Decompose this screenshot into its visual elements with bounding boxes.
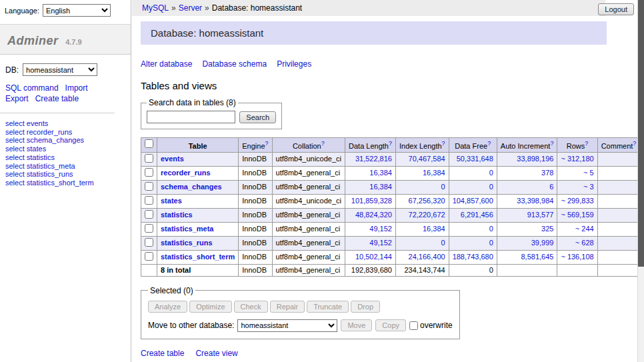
data-length-link[interactable]: 10,502,144 xyxy=(355,253,392,261)
database-nav-link[interactable]: Database schema xyxy=(202,59,267,69)
column-help-link[interactable]: ? xyxy=(550,142,553,150)
data-free-link[interactable]: 0 xyxy=(489,239,493,247)
data-length-link[interactable]: 16,384 xyxy=(369,169,392,177)
copy-button[interactable]: Copy xyxy=(375,319,406,331)
row-checkbox[interactable] xyxy=(145,224,153,233)
row-checkbox[interactable] xyxy=(145,210,153,219)
data-length-link[interactable]: 49,152 xyxy=(369,239,392,247)
table-name-link[interactable]: statistics_meta xyxy=(161,225,214,233)
sidebar-select-link[interactable]: select xyxy=(5,179,25,187)
auto-increment-link[interactable]: 6 xyxy=(549,183,553,191)
bulk-action-button[interactable]: Analyze xyxy=(148,301,187,313)
sidebar-table-link[interactable]: recorder_runs xyxy=(27,128,72,136)
sidebar-table-link[interactable]: statistics_meta xyxy=(27,162,75,170)
data-length-link[interactable]: 101,859,328 xyxy=(351,197,392,205)
scrollbar-thumb[interactable] xyxy=(638,0,644,267)
bulk-action-button[interactable]: Drop xyxy=(351,301,380,313)
row-checkbox[interactable] xyxy=(145,252,153,261)
sidebar-action-link[interactable]: Import xyxy=(65,83,88,93)
sidebar-select-link[interactable]: select xyxy=(5,170,25,178)
auto-increment-link[interactable]: 8,581,645 xyxy=(521,253,553,261)
auto-increment-link[interactable]: 33,398,984 xyxy=(517,197,553,205)
select-all-checkbox[interactable] xyxy=(145,139,153,148)
sidebar-table-link[interactable]: statistics_short_term xyxy=(27,179,94,187)
rows-link[interactable]: ~ 136,108 xyxy=(561,253,593,261)
column-help-link[interactable]: ? xyxy=(487,142,491,150)
index-length-link[interactable]: 16,384 xyxy=(423,169,445,177)
table-name-link[interactable]: recorder_runs xyxy=(161,169,211,177)
sidebar-table-link[interactable]: events xyxy=(27,119,48,127)
database-nav-link[interactable]: Alter database xyxy=(141,59,192,69)
data-free-link[interactable]: 50,331,648 xyxy=(457,155,493,163)
move-button[interactable]: Move xyxy=(341,319,372,331)
move-db-select[interactable]: homeassistant xyxy=(237,319,337,332)
index-length-link[interactable]: 0 xyxy=(441,239,445,247)
data-free-link[interactable]: 0 xyxy=(489,183,493,191)
row-checkbox[interactable] xyxy=(145,182,153,191)
search-input[interactable] xyxy=(147,111,235,123)
index-length-link[interactable]: 0 xyxy=(441,183,445,191)
data-length-link[interactable]: 49,152 xyxy=(369,225,392,233)
index-length-link[interactable]: 70,467,584 xyxy=(409,155,445,163)
sidebar-select-link[interactable]: select xyxy=(5,128,25,136)
rows-link[interactable]: ~ 628 xyxy=(575,239,594,247)
db-select[interactable]: homeassistant xyxy=(23,63,97,76)
logout-button[interactable]: Logout xyxy=(598,3,634,15)
bulk-action-button[interactable]: Optimize xyxy=(189,301,231,313)
index-length-link[interactable]: 16,384 xyxy=(423,225,445,233)
column-help-link[interactable]: ? xyxy=(389,142,392,150)
sidebar-select-link[interactable]: select xyxy=(5,153,25,161)
index-length-link[interactable]: 24,166,400 xyxy=(409,253,445,261)
table-name-link[interactable]: events xyxy=(161,155,184,163)
breadcrumb-mysql-link[interactable]: MySQL xyxy=(142,3,169,13)
index-length-link[interactable]: 72,220,672 xyxy=(409,211,445,219)
auto-increment-link[interactable]: 33,898,196 xyxy=(517,155,553,163)
sidebar-table-link[interactable]: schema_changes xyxy=(27,136,84,144)
data-free-link[interactable]: 188,743,680 xyxy=(453,253,493,261)
sidebar-select-link[interactable]: select xyxy=(5,119,25,127)
row-checkbox[interactable] xyxy=(145,238,153,247)
data-free-link[interactable]: 104,857,600 xyxy=(453,197,493,205)
auto-increment-link[interactable]: 913,577 xyxy=(527,211,554,219)
index-length-link[interactable]: 67,256,320 xyxy=(409,197,445,205)
sidebar-action-link[interactable]: Create table xyxy=(35,93,79,104)
column-help-link[interactable]: ? xyxy=(442,142,445,150)
data-length-link[interactable]: 48,824,320 xyxy=(355,211,392,219)
rows-link[interactable]: ~ 299,833 xyxy=(561,197,593,205)
sidebar-action-link[interactable]: SQL command xyxy=(5,83,59,93)
sidebar-table-link[interactable]: statistics xyxy=(27,153,55,161)
table-name-link[interactable]: statistics_short_term xyxy=(161,253,235,261)
rows-link[interactable]: ~ 312,180 xyxy=(561,155,593,163)
language-select[interactable]: English xyxy=(43,4,111,17)
table-name-link[interactable]: statistics xyxy=(161,211,193,219)
data-free-link[interactable]: 0 xyxy=(489,225,493,233)
adminer-logo-link[interactable]: Adminer xyxy=(7,34,59,47)
table-name-link[interactable]: statistics_runs xyxy=(161,239,213,247)
auto-increment-link[interactable]: 378 xyxy=(541,169,553,177)
data-length-link[interactable]: 16,384 xyxy=(369,183,392,191)
rows-link[interactable]: ~ 569,159 xyxy=(561,211,593,219)
database-nav-link[interactable]: Privileges xyxy=(277,59,311,69)
bulk-action-button[interactable]: Check xyxy=(234,301,268,313)
rows-link[interactable]: ~ 244 xyxy=(575,225,594,233)
sidebar-table-link[interactable]: states xyxy=(27,145,46,153)
rows-link[interactable]: ~ 5 xyxy=(583,169,594,177)
column-help-link[interactable]: ? xyxy=(265,142,269,150)
rows-link[interactable]: ~ 3 xyxy=(583,183,594,191)
row-checkbox[interactable] xyxy=(145,196,153,205)
column-help-link[interactable]: ? xyxy=(633,142,636,150)
sidebar-select-link[interactable]: select xyxy=(5,162,25,170)
overwrite-checkbox[interactable] xyxy=(409,321,418,330)
create-link[interactable]: Create table xyxy=(141,349,184,358)
column-help-link[interactable]: ? xyxy=(321,142,325,150)
auto-increment-link[interactable]: 39,999 xyxy=(531,239,554,247)
data-free-link[interactable]: 6,291,456 xyxy=(461,211,493,219)
create-link[interactable]: Create view xyxy=(195,349,237,358)
table-name-link[interactable]: states xyxy=(161,197,182,205)
column-help-link[interactable]: ? xyxy=(585,142,588,150)
sidebar-select-link[interactable]: select xyxy=(5,136,25,144)
data-length-link[interactable]: 31,522,816 xyxy=(355,155,392,163)
table-name-link[interactable]: schema_changes xyxy=(161,183,222,191)
row-checkbox[interactable] xyxy=(145,168,153,177)
search-button[interactable]: Search xyxy=(239,111,276,123)
